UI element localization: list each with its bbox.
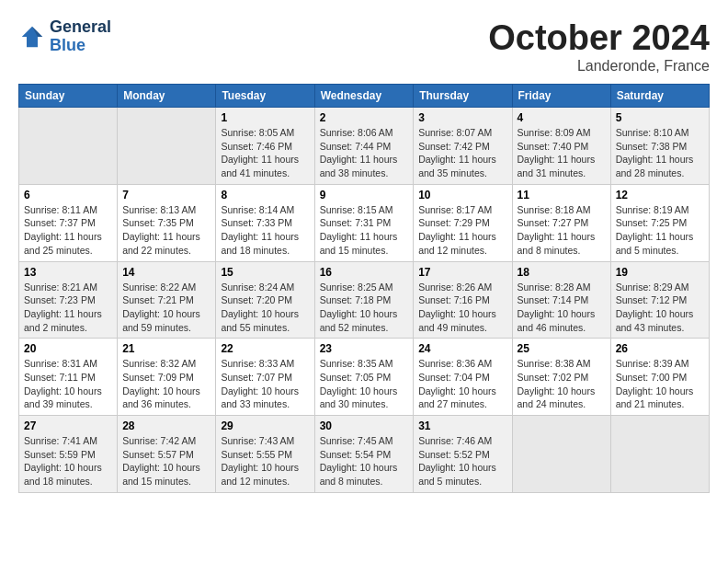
day-info: Sunrise: 8:14 AMSunset: 7:33 PMDaylight:… — [221, 203, 309, 258]
day-info: Sunrise: 8:21 AMSunset: 7:23 PMDaylight:… — [24, 281, 112, 335]
calendar-cell: 16Sunrise: 8:25 AMSunset: 7:18 PMDayligh… — [314, 261, 414, 339]
calendar-cell: 19Sunrise: 8:29 AMSunset: 7:12 PMDayligh… — [610, 261, 709, 339]
day-number: 11 — [518, 189, 606, 201]
weekday-header: Saturday — [610, 85, 709, 108]
day-info: Sunrise: 8:10 AMSunset: 7:38 PMDaylight:… — [616, 126, 704, 180]
day-number: 28 — [122, 419, 210, 432]
calendar-cell: 14Sunrise: 8:22 AMSunset: 7:21 PMDayligh… — [118, 261, 216, 339]
day-info: Sunrise: 8:39 AMSunset: 7:00 PMDaylight:… — [616, 357, 704, 411]
day-info: Sunrise: 7:46 AMSunset: 5:52 PMDaylight:… — [418, 434, 506, 488]
weekday-header: Tuesday — [216, 85, 314, 108]
calendar-cell: 23Sunrise: 8:35 AMSunset: 7:05 PMDayligh… — [314, 339, 414, 416]
weekday-header: Sunday — [19, 85, 118, 108]
day-number: 30 — [320, 419, 409, 432]
calendar-cell — [512, 416, 610, 493]
day-number: 20 — [24, 342, 112, 355]
day-number: 4 — [518, 111, 606, 124]
day-info: Sunrise: 8:09 AMSunset: 7:40 PMDaylight:… — [518, 126, 606, 180]
day-info: Sunrise: 8:29 AMSunset: 7:12 PMDaylight:… — [616, 281, 704, 335]
day-info: Sunrise: 8:31 AMSunset: 7:11 PMDaylight:… — [24, 357, 112, 411]
day-number: 6 — [24, 189, 112, 201]
day-number: 2 — [320, 111, 409, 124]
day-info: Sunrise: 8:32 AMSunset: 7:09 PMDaylight:… — [122, 357, 210, 411]
day-number: 13 — [24, 266, 112, 279]
day-number: 18 — [518, 266, 606, 279]
calendar-cell: 24Sunrise: 8:36 AMSunset: 7:04 PMDayligh… — [414, 339, 512, 416]
logo-blue: Blue — [50, 37, 111, 55]
day-number: 16 — [320, 266, 409, 279]
day-info: Sunrise: 8:07 AMSunset: 7:42 PMDaylight:… — [418, 126, 506, 180]
day-info: Sunrise: 7:42 AMSunset: 5:57 PMDaylight:… — [122, 434, 210, 488]
day-number: 15 — [221, 266, 309, 279]
calendar-week-row: 6Sunrise: 8:11 AMSunset: 7:37 PMDaylight… — [19, 184, 710, 261]
day-number: 25 — [518, 342, 606, 355]
calendar-cell: 5Sunrise: 8:10 AMSunset: 7:38 PMDaylight… — [610, 108, 709, 185]
day-info: Sunrise: 8:11 AMSunset: 7:37 PMDaylight:… — [24, 203, 112, 258]
logo-general: General — [50, 18, 111, 37]
day-number: 3 — [418, 111, 506, 124]
calendar-table: SundayMondayTuesdayWednesdayThursdayFrid… — [18, 84, 710, 493]
day-info: Sunrise: 8:15 AMSunset: 7:31 PMDaylight:… — [320, 203, 409, 258]
day-number: 23 — [320, 342, 409, 355]
day-info: Sunrise: 8:38 AMSunset: 7:02 PMDaylight:… — [518, 357, 606, 411]
calendar-cell: 11Sunrise: 8:18 AMSunset: 7:27 PMDayligh… — [512, 184, 610, 261]
day-number: 17 — [418, 266, 506, 279]
day-info: Sunrise: 7:41 AMSunset: 5:59 PMDaylight:… — [24, 434, 112, 488]
day-number: 5 — [616, 111, 704, 124]
calendar-cell: 29Sunrise: 7:43 AMSunset: 5:55 PMDayligh… — [216, 416, 314, 493]
calendar-cell: 6Sunrise: 8:11 AMSunset: 7:37 PMDaylight… — [19, 184, 118, 261]
calendar-cell: 8Sunrise: 8:14 AMSunset: 7:33 PMDaylight… — [216, 184, 314, 261]
day-info: Sunrise: 8:24 AMSunset: 7:20 PMDaylight:… — [221, 281, 309, 335]
calendar-week-row: 13Sunrise: 8:21 AMSunset: 7:23 PMDayligh… — [19, 261, 710, 339]
calendar-cell: 20Sunrise: 8:31 AMSunset: 7:11 PMDayligh… — [19, 339, 118, 416]
day-info: Sunrise: 8:13 AMSunset: 7:35 PMDaylight:… — [122, 203, 210, 258]
logo-text: General Blue — [50, 18, 111, 55]
calendar-cell: 4Sunrise: 8:09 AMSunset: 7:40 PMDaylight… — [512, 108, 610, 185]
calendar-cell: 3Sunrise: 8:07 AMSunset: 7:42 PMDaylight… — [414, 108, 512, 185]
calendar-cell: 15Sunrise: 8:24 AMSunset: 7:20 PMDayligh… — [216, 261, 314, 339]
calendar-cell: 25Sunrise: 8:38 AMSunset: 7:02 PMDayligh… — [512, 339, 610, 416]
day-number: 1 — [221, 111, 309, 124]
day-info: Sunrise: 8:05 AMSunset: 7:46 PMDaylight:… — [221, 126, 309, 180]
location: Landeronde, France — [488, 58, 710, 75]
calendar-cell: 10Sunrise: 8:17 AMSunset: 7:29 PMDayligh… — [414, 184, 512, 261]
day-info: Sunrise: 7:43 AMSunset: 5:55 PMDaylight:… — [221, 434, 309, 488]
day-number: 26 — [616, 342, 704, 355]
day-number: 14 — [122, 266, 210, 279]
logo: General Blue — [18, 18, 111, 55]
calendar-cell — [19, 108, 118, 185]
day-number: 9 — [320, 189, 409, 201]
logo-icon — [18, 23, 46, 51]
calendar-cell: 26Sunrise: 8:39 AMSunset: 7:00 PMDayligh… — [610, 339, 709, 416]
day-number: 22 — [221, 342, 309, 355]
calendar-cell: 9Sunrise: 8:15 AMSunset: 7:31 PMDaylight… — [314, 184, 414, 261]
calendar-week-row: 20Sunrise: 8:31 AMSunset: 7:11 PMDayligh… — [19, 339, 710, 416]
day-info: Sunrise: 7:45 AMSunset: 5:54 PMDaylight:… — [320, 434, 409, 488]
day-number: 29 — [221, 419, 309, 432]
calendar-cell: 18Sunrise: 8:28 AMSunset: 7:14 PMDayligh… — [512, 261, 610, 339]
title-block: October 2024 Landeronde, France — [488, 18, 710, 75]
calendar-cell: 31Sunrise: 7:46 AMSunset: 5:52 PMDayligh… — [414, 416, 512, 493]
day-number: 12 — [616, 189, 704, 201]
day-number: 21 — [122, 342, 210, 355]
month-title: October 2024 — [488, 18, 710, 58]
day-info: Sunrise: 8:33 AMSunset: 7:07 PMDaylight:… — [221, 357, 309, 411]
weekday-header: Monday — [118, 85, 216, 108]
day-info: Sunrise: 8:35 AMSunset: 7:05 PMDaylight:… — [320, 357, 409, 411]
calendar-cell: 2Sunrise: 8:06 AMSunset: 7:44 PMDaylight… — [314, 108, 414, 185]
day-number: 8 — [221, 189, 309, 201]
calendar-week-row: 27Sunrise: 7:41 AMSunset: 5:59 PMDayligh… — [19, 416, 710, 493]
day-number: 24 — [418, 342, 506, 355]
day-info: Sunrise: 8:28 AMSunset: 7:14 PMDaylight:… — [518, 281, 606, 335]
calendar-cell: 21Sunrise: 8:32 AMSunset: 7:09 PMDayligh… — [118, 339, 216, 416]
calendar-header-row: SundayMondayTuesdayWednesdayThursdayFrid… — [19, 85, 710, 108]
calendar-cell: 12Sunrise: 8:19 AMSunset: 7:25 PMDayligh… — [610, 184, 709, 261]
day-number: 7 — [122, 189, 210, 201]
calendar-cell — [610, 416, 709, 493]
day-number: 10 — [418, 189, 506, 201]
day-info: Sunrise: 8:22 AMSunset: 7:21 PMDaylight:… — [122, 281, 210, 335]
calendar-cell: 27Sunrise: 7:41 AMSunset: 5:59 PMDayligh… — [19, 416, 118, 493]
day-info: Sunrise: 8:25 AMSunset: 7:18 PMDaylight:… — [320, 281, 409, 335]
calendar-cell: 1Sunrise: 8:05 AMSunset: 7:46 PMDaylight… — [216, 108, 314, 185]
calendar-cell: 17Sunrise: 8:26 AMSunset: 7:16 PMDayligh… — [414, 261, 512, 339]
